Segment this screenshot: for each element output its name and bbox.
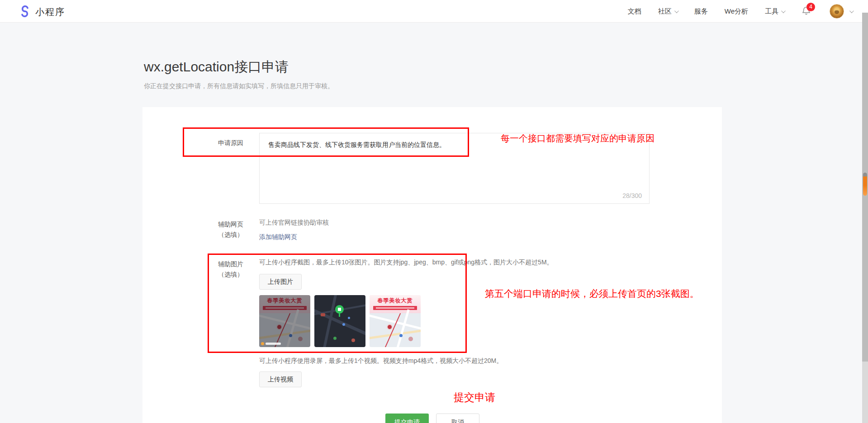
- thumbnail-image-2[interactable]: [314, 295, 365, 347]
- nav-item-community[interactable]: 社区: [658, 7, 678, 16]
- nav-label: We分析: [725, 7, 748, 16]
- page: 小程序 文档 社区 服务 We分析 工具 4 wx.getLocation接口申…: [0, 0, 868, 423]
- aux-web-label-line1: 辅助网页: [206, 219, 256, 230]
- thumb3-banner-text: 春季美妆大赏: [370, 295, 421, 305]
- page-subtitle: 你正在提交接口申请，所有信息请如实填写，所填信息只用于审核。: [144, 82, 334, 90]
- user-avatar[interactable]: [830, 4, 844, 19]
- notification-bell-button[interactable]: 4: [801, 5, 813, 17]
- nav-item-services[interactable]: 服务: [694, 7, 708, 16]
- map-marker: [399, 334, 403, 337]
- char-counter: 28/300: [622, 192, 642, 199]
- nav-label: 文档: [628, 7, 641, 16]
- map-marker: [321, 313, 325, 316]
- aux-image-hint: 可上传小程序截图，最多上传10张图片。图片支持jpg、jpeg、bmp、gif或…: [259, 258, 553, 267]
- map-marker: [342, 323, 345, 326]
- thumb3-banner: 春季美妆大赏: [370, 295, 421, 313]
- map-marker: [333, 337, 337, 340]
- chevron-down-icon: [781, 9, 786, 13]
- chevron-down-icon: [674, 9, 679, 13]
- map-marker: [351, 338, 355, 342]
- map-marker: [408, 337, 413, 341]
- account-menu[interactable]: [830, 4, 853, 19]
- upload-image-button[interactable]: 上传图片: [259, 274, 302, 290]
- annotation-submit-note: 提交申请: [454, 390, 495, 404]
- annotation-reason-note: 每一个接口都需要填写对应的申请原因: [501, 132, 655, 145]
- cancel-button[interactable]: 取消: [436, 414, 479, 423]
- nav-item-docs[interactable]: 文档: [628, 7, 641, 16]
- aux-image-field-label: 辅助图片 （选填）: [206, 259, 256, 280]
- map-road: [395, 309, 409, 347]
- nav-label: 工具: [765, 7, 778, 16]
- aux-web-label-line2: （选填）: [206, 230, 256, 240]
- add-aux-web-link[interactable]: 添加辅助网页: [259, 233, 297, 241]
- nav-item-we-analytics[interactable]: We分析: [725, 7, 748, 16]
- thumb3-red-strip: [373, 306, 417, 310]
- brand-title[interactable]: 小程序: [35, 6, 65, 18]
- reason-field-label: 申请原因: [206, 138, 256, 148]
- thumbnail-image-1[interactable]: 春季美妆大赏: [259, 295, 310, 347]
- nav-label: 服务: [694, 7, 708, 16]
- nav-label: 社区: [658, 7, 672, 16]
- scrollbar-thumb[interactable]: [863, 173, 867, 196]
- thumbnail-image-3[interactable]: 春季美妆大赏: [370, 295, 421, 347]
- thumb1-watermark-text: [266, 343, 281, 345]
- upload-video-button[interactable]: 上传视频: [259, 371, 302, 387]
- submit-application-button[interactable]: 提交申请: [385, 414, 429, 423]
- aux-web-field-label: 辅助网页 （选填）: [206, 219, 256, 240]
- top-nav-menu: 文档 社区 服务 We分析 工具 4: [628, 0, 853, 23]
- notification-count-badge: 4: [806, 3, 815, 11]
- top-navbar: 小程序 文档 社区 服务 We分析 工具 4: [0, 0, 868, 23]
- aux-web-hint: 可上传官网链接协助审核: [259, 219, 329, 227]
- page-title: wx.getLocation接口申请: [144, 58, 289, 76]
- thumb1-watermark-icon: [261, 342, 264, 345]
- aux-image-label-line2: （选填）: [206, 269, 256, 280]
- location-pin-icon: [335, 305, 344, 314]
- thumb1-dim-overlay: [259, 295, 310, 347]
- scrollbar-track-lower[interactable]: [862, 362, 868, 423]
- nav-item-tools[interactable]: 工具: [765, 7, 784, 16]
- chevron-down-icon: [849, 9, 854, 13]
- map-road: [370, 314, 421, 331]
- mini-program-logo-icon[interactable]: [18, 5, 32, 18]
- thumb3-map: [370, 313, 421, 347]
- map-marker: [387, 324, 393, 330]
- map-marker: [348, 317, 350, 319]
- aux-image-label-line1: 辅助图片: [206, 259, 256, 269]
- uploaded-thumbnails: 春季美妆大赏: [259, 295, 421, 347]
- annotation-image-note: 第五个端口申请的时候，必须上传首页的3张截图。: [485, 287, 699, 300]
- map-road: [370, 329, 421, 339]
- video-hint: 可上传小程序使用录屏，最多上传1个视频。视频支持mp4格式，视频大小不超过20M…: [259, 357, 503, 365]
